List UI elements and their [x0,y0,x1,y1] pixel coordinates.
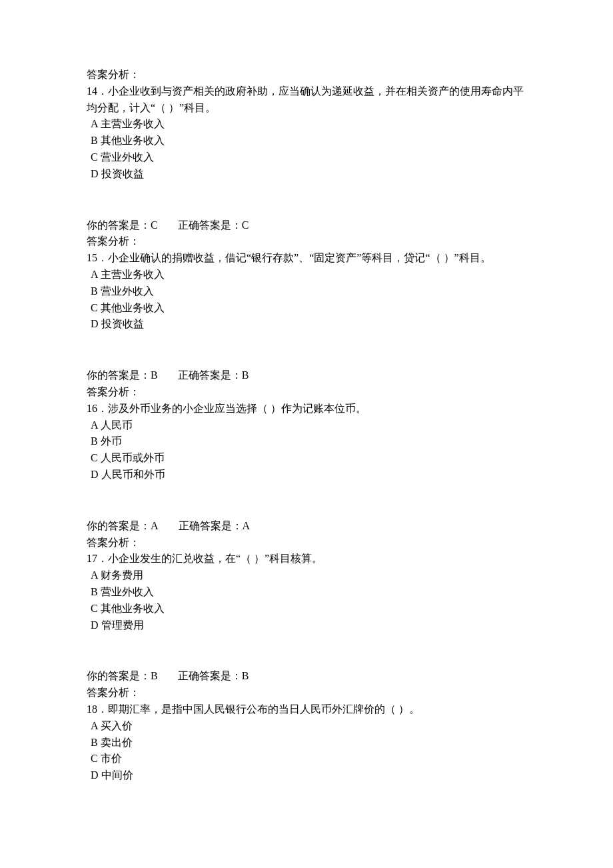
your-answer-label: 你的答案是： [87,518,151,535]
question-number: 15 [87,252,97,263]
answer-analysis-label: 答案分析： [87,685,526,701]
answer-analysis-label: 答案分析： [87,67,526,83]
question: 14．小企业收到与资产相关的政府补助，应当确认为递延收益，并在相关资产的使用寿命… [87,83,526,117]
question-stem: ．小企业发生的汇兑收益，在“（ ）”科目核算。 [97,553,322,564]
your-answer-value: C [151,217,158,234]
your-answer-value: A [151,518,159,535]
correct-answer-value: C [242,217,249,234]
option: A 买入价 [87,718,526,735]
your-answer-label: 你的答案是： [87,668,151,685]
correct-answer-label: 正确答案是： [178,217,242,234]
question-number: 18 [87,703,97,715]
your-answer-label: 你的答案是： [87,367,151,384]
option: D 管理费用 [87,617,526,634]
question-stem: ．涉及外币业务的小企业应当选择（ ）作为记账本位币。 [97,403,366,414]
question-stem: ．即期汇率，是指中国人民银行公布的当日人民币外汇牌价的（ ）。 [97,703,420,715]
question: 16．涉及外币业务的小企业应当选择（ ）作为记账本位币。 [87,401,526,417]
question-stem: ．小企业确认的捐赠收益，借记“银行存款”、“固定资产”等科目，贷记“（ ）”科目… [97,252,491,263]
question: 18．即期汇率，是指中国人民银行公布的当日人民币外汇牌价的（ ）。 [87,701,526,718]
answer-line: 你的答案是：B 正确答案是：B [87,668,526,685]
answer-analysis-label: 答案分析： [87,233,526,250]
correct-answer-value: B [242,668,249,685]
answer-line: 你的答案是：C 正确答案是：C [87,217,526,234]
question: 17．小企业发生的汇兑收益，在“（ ）”科目核算。 [87,551,526,567]
answer-analysis-label: 答案分析： [87,535,526,551]
document-page: 答案分析： 14．小企业收到与资产相关的政府补助，应当确认为递延收益，并在相关资… [0,0,613,824]
option: C 人民币或外币 [87,450,526,467]
option: C 其他业务收入 [87,601,526,617]
your-answer-label: 你的答案是： [87,217,151,234]
answer-line: 你的答案是：B 正确答案是：B [87,367,526,384]
correct-answer-value: B [242,367,249,384]
answer-analysis-label: 答案分析： [87,384,526,401]
question-number: 14 [87,85,97,97]
correct-answer-label: 正确答案是： [178,668,242,685]
question-number: 16 [87,403,97,414]
your-answer-value: B [151,668,158,685]
option: A 财务费用 [87,567,526,584]
option: D 投资收益 [87,316,526,333]
option: B 营业外收入 [87,584,526,601]
option: C 营业外收入 [87,149,526,166]
question-number: 17 [87,553,97,564]
option: B 营业外收入 [87,283,526,300]
option: B 外币 [87,433,526,450]
your-answer-value: B [151,367,158,384]
question: 15．小企业确认的捐赠收益，借记“银行存款”、“固定资产”等科目，贷记“（ ）”… [87,250,526,267]
option: A 人民币 [87,417,526,434]
option: B 其他业务收入 [87,133,526,149]
option: C 其他业务收入 [87,300,526,317]
option: B 卖出价 [87,735,526,751]
answer-line: 你的答案是：A 正确答案是：A [87,518,526,535]
option: C 市价 [87,751,526,767]
option: D 投资收益 [87,166,526,183]
correct-answer-label: 正确答案是： [178,367,242,384]
question-stem: ．小企业收到与资产相关的政府补助，应当确认为递延收益，并在相关资产的使用寿命内平… [87,85,524,113]
correct-answer-label: 正确答案是： [179,518,243,535]
option: D 中间价 [87,767,526,784]
option: A 主营业务收入 [87,116,526,133]
option: A 主营业务收入 [87,267,526,283]
correct-answer-value: A [243,518,251,535]
option: D 人民币和外币 [87,467,526,483]
